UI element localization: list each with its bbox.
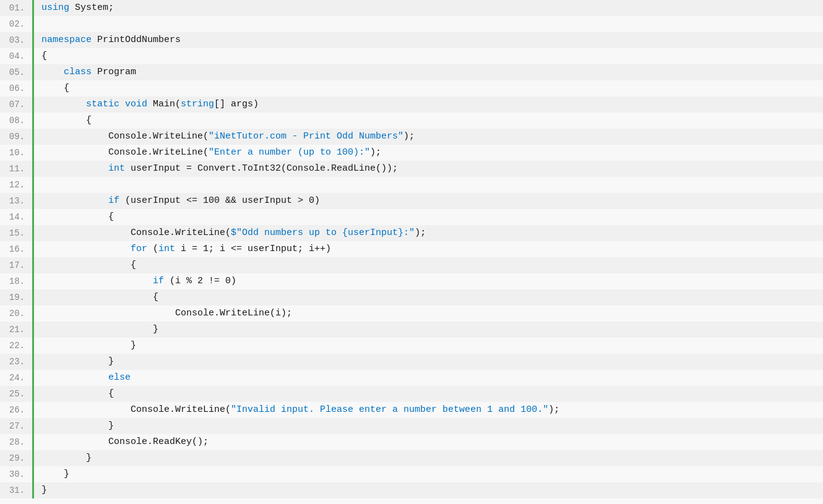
line-number: 11. [0, 161, 34, 177]
token: { [41, 388, 114, 399]
code-line: 23. } [0, 354, 823, 370]
line-content: } [34, 418, 114, 434]
token: "Invalid input. Please enter a number be… [231, 404, 548, 415]
code-line: 05. class Program [0, 64, 823, 80]
code-line: 21. } [0, 322, 823, 338]
line-number: 23. [0, 354, 34, 370]
line-content [34, 16, 47, 32]
code-line: 24. else [0, 370, 823, 386]
line-number: 30. [0, 466, 34, 482]
token: { [41, 51, 47, 61]
line-content: Console.WriteLine($"Odd numbers up to {u… [34, 225, 426, 241]
line-number: 26. [0, 402, 34, 418]
line-content: if (i % 2 != 0) [34, 273, 236, 289]
code-line: 18. if (i % 2 != 0) [0, 273, 823, 289]
line-content: { [34, 113, 92, 129]
line-content: } [34, 322, 158, 338]
token [41, 244, 131, 254]
line-number: 01. [0, 0, 34, 16]
line-number: 19. [0, 289, 34, 305]
token: System; [69, 2, 114, 13]
token [41, 195, 108, 206]
code-line: 22. } [0, 338, 823, 354]
token: } [41, 421, 114, 431]
code-line: 25. { [0, 386, 823, 402]
token: namespace [41, 35, 92, 45]
line-content: { [34, 80, 69, 96]
line-content: using System; [34, 0, 114, 16]
line-content: Console.WriteLine("Enter a number (up to… [34, 145, 381, 161]
line-content: } [34, 482, 47, 498]
token: [] args) [214, 99, 259, 109]
token: ); [548, 404, 559, 415]
line-content: if (userInput <= 100 && userInput > 0) [34, 193, 320, 209]
token: } [41, 324, 158, 335]
token: Console.WriteLine( [41, 147, 209, 158]
line-number: 02. [0, 16, 34, 32]
token: ); [415, 228, 426, 238]
line-content: } [34, 450, 92, 466]
line-number: 18. [0, 273, 34, 289]
line-content: int userInput = Convert.ToInt32(Console.… [34, 161, 398, 177]
token [41, 276, 153, 286]
token: for [131, 244, 147, 254]
line-number: 17. [0, 257, 34, 273]
line-content: { [34, 48, 47, 64]
line-content: Console.WriteLine("Invalid input. Please… [34, 402, 559, 418]
line-content: { [34, 386, 114, 402]
code-line: 19. { [0, 289, 823, 305]
line-number: 03. [0, 32, 34, 48]
line-content: } [34, 338, 136, 354]
line-number: 06. [0, 80, 34, 96]
token: } [41, 453, 92, 463]
token [41, 163, 108, 174]
token: ( [147, 244, 158, 254]
line-content: } [34, 354, 114, 370]
token: int [108, 163, 125, 174]
token: int [158, 244, 175, 254]
token: { [41, 260, 136, 270]
line-content: else [34, 370, 131, 386]
code-line: 04.{ [0, 48, 823, 64]
code-line: 12. [0, 177, 823, 193]
line-content: static void Main(string[] args) [34, 96, 259, 113]
token: using [41, 2, 69, 13]
token: Program [92, 67, 136, 77]
code-line: 31.} [0, 482, 823, 498]
code-line: 10. Console.WriteLine("Enter a number (u… [0, 145, 823, 161]
code-line: 20. Console.WriteLine(i); [0, 305, 823, 322]
token: } [41, 340, 136, 351]
code-line: 06. { [0, 80, 823, 96]
line-content: for (int i = 1; i <= userInput; i++) [34, 241, 331, 257]
code-line: 11. int userInput = Convert.ToInt32(Cons… [0, 161, 823, 177]
code-line: 09. Console.WriteLine("iNetTutor.com - P… [0, 129, 823, 145]
token: } [41, 356, 114, 367]
token: Console.WriteLine( [41, 131, 209, 142]
token: (userInput <= 100 && userInput > 0) [119, 195, 320, 206]
token: PrintOddNumbers [92, 35, 181, 45]
line-number: 09. [0, 129, 34, 145]
token: { [41, 115, 92, 126]
code-line: 08. { [0, 113, 823, 129]
line-content: } [34, 466, 69, 482]
token: ); [403, 131, 415, 142]
token: } [41, 469, 69, 479]
line-content: namespace PrintOddNumbers [34, 32, 181, 48]
code-line: 03.namespace PrintOddNumbers [0, 32, 823, 48]
line-content [34, 177, 47, 193]
code-line: 07. static void Main(string[] args) [0, 96, 823, 113]
token: else [108, 372, 131, 383]
token: i = 1; i <= userInput; i++) [175, 244, 331, 254]
token: Console.WriteLine( [41, 404, 231, 415]
code-line: 27. } [0, 418, 823, 434]
token: { [41, 83, 69, 93]
line-number: 05. [0, 64, 34, 80]
line-content: { [34, 209, 114, 225]
line-number: 14. [0, 209, 34, 225]
line-number: 13. [0, 193, 34, 209]
line-number: 15. [0, 225, 34, 241]
line-number: 27. [0, 418, 34, 434]
token: { [41, 211, 114, 222]
code-line: 26. Console.WriteLine("Invalid input. Pl… [0, 402, 823, 418]
token: static [41, 99, 119, 109]
